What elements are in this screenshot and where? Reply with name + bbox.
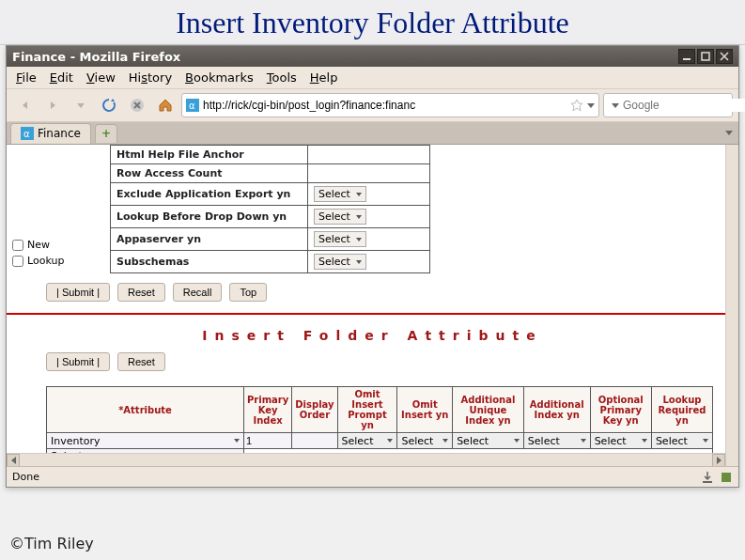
menu-file[interactable]: FFileile xyxy=(16,70,37,85)
table-row: Inventory Select Select Select Select Se… xyxy=(47,433,713,449)
attribute-select[interactable]: Inventory xyxy=(47,434,243,448)
vertical-scrollbar[interactable] xyxy=(725,145,738,466)
address-input[interactable] xyxy=(203,99,567,112)
display-order-input[interactable] xyxy=(292,433,336,448)
scroll-right-button[interactable] xyxy=(712,454,725,467)
field-value[interactable] xyxy=(308,164,430,183)
col-primary-key-index: Primary Key Index xyxy=(244,387,292,433)
section-heading: Insert Folder Attribute xyxy=(7,322,738,352)
checkbox-new-input[interactable] xyxy=(12,240,23,251)
close-button[interactable] xyxy=(716,49,733,64)
reset-button[interactable]: Reset xyxy=(117,352,165,371)
recent-dropdown[interactable] xyxy=(69,94,93,117)
scroll-left-button[interactable] xyxy=(7,454,20,467)
checkbox-lookup[interactable]: Lookup xyxy=(12,255,64,267)
select-exclude-export[interactable]: Select xyxy=(314,186,366,202)
additional-index-select[interactable]: Select xyxy=(524,434,590,448)
firefox-window: Finance - Mozilla Firefox FFileile Edit … xyxy=(6,45,739,488)
svg-rect-1 xyxy=(702,53,709,60)
stop-button[interactable] xyxy=(125,94,149,117)
table-row: Exclude Application Export ynSelect xyxy=(111,183,430,206)
submit-button[interactable]: | Submit | xyxy=(46,352,110,371)
submit-button[interactable]: | Submit | xyxy=(46,283,110,302)
field-label: Lookup Before Drop Down yn xyxy=(111,206,308,228)
tab-overflow-dropdown[interactable] xyxy=(720,131,738,135)
addon-icon[interactable] xyxy=(720,471,733,484)
omit-insert-select[interactable]: Select xyxy=(397,434,452,448)
col-omit-insert-prompt: Omit Insert Prompt yn xyxy=(337,387,397,433)
reload-button[interactable] xyxy=(97,94,121,117)
select-appaserver[interactable]: Select xyxy=(314,231,366,247)
col-additional-unique-index: Additional Unique Index yn xyxy=(453,387,524,433)
forward-button[interactable] xyxy=(40,94,65,117)
new-tab-button[interactable]: + xyxy=(95,124,117,143)
col-omit-insert: Omit Insert yn xyxy=(397,387,453,433)
download-icon[interactable] xyxy=(701,471,714,484)
minimize-button[interactable] xyxy=(678,49,695,64)
window-title: Finance - Mozilla Firefox xyxy=(12,50,180,64)
tab-finance[interactable]: α Finance xyxy=(10,123,91,144)
checkbox-lookup-input[interactable] xyxy=(12,256,23,267)
menu-help[interactable]: Help xyxy=(310,70,338,85)
lookup-required-select[interactable]: Select xyxy=(652,434,712,448)
page-title: Insert Inventory Folder Attribute xyxy=(0,0,745,45)
menu-edit[interactable]: Edit xyxy=(50,70,73,85)
top-button[interactable]: Top xyxy=(229,283,267,302)
field-label: Row Access Count xyxy=(111,164,308,183)
table-row: Row Access Count xyxy=(111,164,430,183)
table-row: Appaserver ynSelect xyxy=(111,228,430,251)
site-icon: α xyxy=(186,99,199,112)
table-row: Html Help File Anchor xyxy=(111,146,430,164)
lower-button-row: | Submit | Reset xyxy=(7,352,738,382)
search-input[interactable] xyxy=(623,99,745,112)
address-bar[interactable]: α xyxy=(181,93,599,117)
divider xyxy=(7,313,738,315)
field-value[interactable] xyxy=(308,146,430,164)
reset-button[interactable]: Reset xyxy=(117,283,165,302)
svg-rect-12 xyxy=(703,481,712,483)
select-lookup-before[interactable]: Select xyxy=(314,209,366,225)
maximize-button[interactable] xyxy=(697,49,714,64)
svg-rect-0 xyxy=(683,58,691,60)
svg-text:α: α xyxy=(23,129,30,139)
field-label: Html Help File Anchor xyxy=(111,146,308,164)
back-button[interactable] xyxy=(12,94,37,117)
window-titlebar: Finance - Mozilla Firefox xyxy=(7,46,738,67)
checkbox-new[interactable]: New xyxy=(12,239,64,251)
upper-form-table: Html Help File Anchor Row Access Count E… xyxy=(110,145,430,273)
address-history-dropdown[interactable] xyxy=(587,103,595,108)
menu-view[interactable]: View xyxy=(86,70,116,85)
bookmark-star-icon[interactable] xyxy=(570,99,583,112)
tab-label: Finance xyxy=(38,127,81,140)
status-bar: Done xyxy=(7,466,738,487)
left-checkboxes: New Lookup xyxy=(12,145,64,267)
checkbox-lookup-label: Lookup xyxy=(27,255,64,267)
site-icon: α xyxy=(21,127,34,140)
horizontal-scrollbar[interactable] xyxy=(7,453,725,466)
recall-button[interactable]: Recall xyxy=(173,283,223,302)
select-subschemas[interactable]: Select xyxy=(314,254,366,270)
menubar: FFileile Edit View History Bookmarks Too… xyxy=(7,67,738,89)
search-box[interactable] xyxy=(603,93,733,117)
svg-text:α: α xyxy=(189,101,195,111)
upper-button-row: | Submit | Reset Recall Top xyxy=(7,273,738,313)
menu-bookmarks[interactable]: Bookmarks xyxy=(185,70,254,85)
table-header-row: *Attribute Primary Key Index Display Ord… xyxy=(47,387,713,433)
home-button[interactable] xyxy=(153,94,178,117)
page-content: New Lookup Html Help File Anchor Row Acc… xyxy=(7,145,738,466)
svg-rect-13 xyxy=(722,473,731,482)
nav-toolbar: α xyxy=(7,89,738,122)
menu-history[interactable]: History xyxy=(129,70,172,85)
primary-key-index-input[interactable] xyxy=(244,433,291,448)
additional-unique-select[interactable]: Select xyxy=(453,434,523,448)
menu-tools[interactable]: Tools xyxy=(267,70,297,85)
col-additional-index: Additional Index yn xyxy=(523,387,590,433)
col-attribute: *Attribute xyxy=(47,387,244,433)
status-text: Done xyxy=(12,471,39,483)
omit-insert-prompt-select[interactable]: Select xyxy=(338,434,397,448)
optional-pk-select[interactable]: Select xyxy=(591,434,651,448)
checkbox-new-label: New xyxy=(27,239,50,251)
search-engine-dropdown[interactable] xyxy=(612,103,619,108)
field-label: Appaserver yn xyxy=(111,228,308,251)
col-lookup-required: Lookup Required yn xyxy=(651,387,712,433)
